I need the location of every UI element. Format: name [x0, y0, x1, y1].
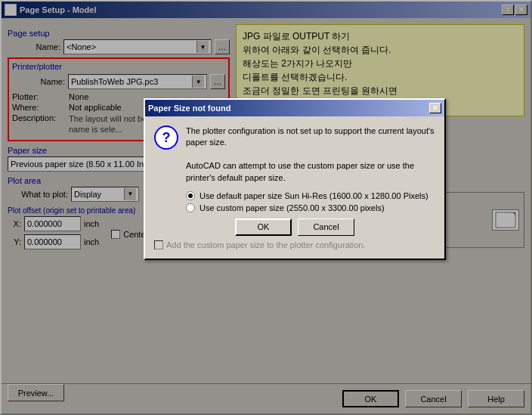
dialog-text-block: The plotter configuration is not set up … — [186, 125, 435, 184]
dialog-message-row: ? The plotter configuration is not set u… — [154, 125, 435, 184]
option2-row: Use custom paper size (2550.00 x 3300.00… — [186, 203, 435, 212]
option2-radio[interactable] — [186, 203, 195, 212]
option2-label-text: Use custom paper size — [200, 203, 284, 212]
dialog-title-text: Paper Size not found — [148, 104, 230, 113]
option1-label: Use default paper size Sun Hi-Res (1600.… — [200, 191, 428, 200]
dialog-close-btn[interactable]: ✕ — [429, 103, 441, 113]
option1-radio[interactable] — [186, 191, 195, 200]
dialog-message1: The plotter configuration is not set up … — [186, 125, 435, 149]
option2-detail-text: (2550.00 x 3300.00 pixels) — [284, 203, 385, 212]
dialog-question-icon: ? — [154, 125, 178, 150]
add-custom-checkbox — [154, 240, 163, 249]
option2-label: Use custom paper size (2550.00 x 3300.00… — [200, 203, 385, 212]
dialog-ok-button[interactable]: OK — [235, 218, 292, 236]
dialog-title-bar: Paper Size not found ✕ — [145, 100, 444, 116]
add-custom-row: Add the custom paper size to the plotter… — [154, 240, 435, 249]
dialog-cancel-button[interactable]: Cancel — [298, 218, 354, 236]
dialog-body: ? The plotter configuration is not set u… — [145, 116, 444, 259]
option1-row: Use default paper size Sun Hi-Res (1600.… — [186, 191, 435, 200]
dialog-title-buttons: ✕ — [429, 103, 441, 113]
dialog-buttons: OK Cancel — [154, 218, 435, 236]
option1-label-text: Use default paper size — [200, 191, 282, 200]
option1-radio-dot — [188, 194, 193, 198]
dialog-message2: AutoCAD can attempt to use the custom pa… — [186, 160, 435, 184]
dialog-title-left: Paper Size not found — [148, 104, 230, 113]
paper-size-dialog: Paper Size not found ✕ ? The plotter con… — [144, 98, 446, 260]
dialog-options: Use default paper size Sun Hi-Res (1600.… — [186, 191, 435, 212]
option1-detail-text: Sun Hi-Res (1600.00 x 1280.00 Pixels) — [282, 191, 428, 200]
add-custom-label: Add the custom paper size to the plotter… — [166, 240, 366, 249]
